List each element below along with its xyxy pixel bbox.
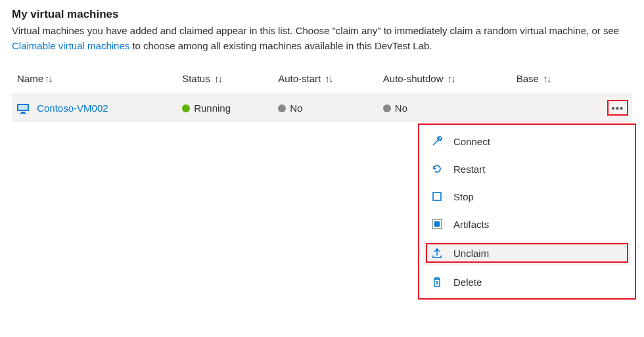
col-header-status[interactable]: Status ↑↓: [177, 66, 273, 93]
svg-rect-2: [21, 112, 25, 113]
vm-name-link[interactable]: Contoso-VM002: [37, 102, 108, 114]
desc-text-post: to choose among all existing machines av…: [132, 40, 432, 51]
col-header-name[interactable]: Name↑↓: [12, 66, 177, 93]
page-description: Virtual machines you have added and clai…: [12, 24, 632, 53]
desc-text-pre: Virtual machines you have added and clai…: [12, 25, 619, 36]
sort-icon: ↑↓: [448, 73, 455, 84]
sort-icon: ↑↓: [543, 73, 550, 84]
status-dot-icon: [182, 104, 190, 112]
off-dot-icon: [383, 104, 391, 112]
menu-item-connect[interactable]: Connect: [419, 127, 635, 130]
col-header-autostart[interactable]: Auto-start ↑↓: [273, 66, 378, 93]
svg-rect-1: [18, 105, 28, 110]
autoshutdown-text: No: [395, 102, 407, 114]
col-header-autoshutdown[interactable]: Auto-shutdow ↑↓: [378, 66, 511, 93]
vm-table: Name↑↓ Status ↑↓ Auto-start ↑↓ Auto-shut…: [12, 66, 632, 122]
sort-icon: ↑↓: [214, 73, 221, 84]
sort-icon: ↑↓: [325, 73, 332, 84]
vm-icon: [17, 103, 29, 114]
claimable-vms-link[interactable]: Claimable virtual machines: [12, 40, 129, 51]
ellipsis-icon: •••: [612, 102, 624, 114]
col-header-base[interactable]: Base ↑↓: [511, 66, 583, 93]
base-cell: [511, 93, 583, 122]
page-title: My virtual machines: [12, 8, 632, 21]
context-menu: Connect Restart Stop Artifacts Unclaim D…: [418, 124, 636, 130]
svg-rect-3: [20, 113, 26, 114]
status-text: Running: [194, 102, 231, 114]
sort-icon: ↑↓: [45, 73, 52, 84]
row-actions-button[interactable]: •••: [607, 100, 628, 116]
autostart-text: No: [290, 102, 302, 114]
table-row[interactable]: Contoso-VM002 Running No No •••: [12, 93, 632, 122]
col-header-actions: [583, 66, 632, 93]
off-dot-icon: [278, 104, 286, 112]
